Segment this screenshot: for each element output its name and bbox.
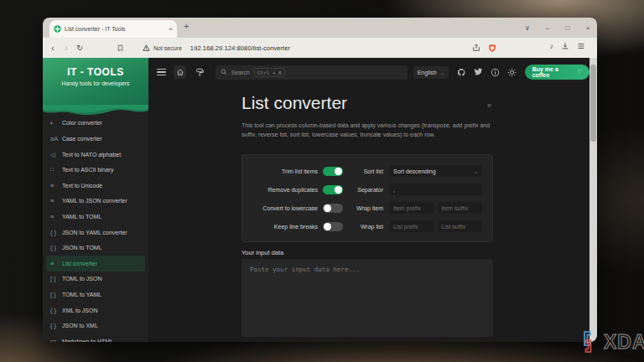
toggle-remove-duplicates[interactable] bbox=[323, 185, 343, 194]
sidebar-item-json-to-xml[interactable]: { }JSON to XML bbox=[43, 318, 148, 334]
toggle-trim-list-items[interactable] bbox=[323, 167, 343, 176]
sidebar-item-json-to-yaml-converter[interactable]: { }JSON to YAML converter bbox=[43, 225, 148, 240]
sidebar-item-toml-to-yaml[interactable]: [ ]TOML to YAML bbox=[43, 287, 148, 303]
maximize-button[interactable]: □ bbox=[564, 24, 572, 32]
download-icon[interactable] bbox=[561, 42, 569, 50]
markdown-icon: ▭ bbox=[50, 338, 62, 342]
favorite-heart-icon[interactable]: ♥ bbox=[487, 101, 491, 110]
home-button[interactable] bbox=[174, 65, 186, 79]
app-scrollbar[interactable] bbox=[589, 58, 597, 342]
sort-list-select[interactable]: Sort descending⌄ bbox=[389, 165, 482, 177]
list-prefix-input[interactable]: List prefix bbox=[389, 220, 434, 232]
sidebar-item-markdown-to-html[interactable]: ▭Markdown to HTML bbox=[43, 334, 148, 342]
page-title: List converter bbox=[242, 93, 347, 113]
field-label: Wrap item bbox=[350, 205, 383, 211]
browser-navbar: ‹ › ↻ Not secure 192.168.29.124:8080/lis… bbox=[43, 38, 597, 58]
navbar-far-right: ♪ bbox=[550, 42, 586, 50]
new-tab-button[interactable]: + bbox=[184, 21, 189, 31]
github-icon[interactable] bbox=[457, 68, 466, 77]
twitter-icon[interactable] bbox=[474, 68, 483, 76]
site-info[interactable]: Not secure bbox=[117, 44, 182, 52]
item-prefix-input[interactable]: Item prefix bbox=[389, 202, 434, 214]
sidebar-item-label: JSON to TOML bbox=[62, 245, 102, 251]
sidebar-item-label: TOML to JSON bbox=[62, 276, 101, 282]
input-data-textarea[interactable]: Paste your input data here... bbox=[242, 259, 493, 337]
menu-icon[interactable] bbox=[157, 69, 166, 75]
toggle-keep-line-breaks[interactable] bbox=[323, 222, 343, 231]
media-icon[interactable]: ♪ bbox=[550, 42, 554, 50]
sidebar-item-label: List converter bbox=[62, 261, 97, 266]
share-icon[interactable] bbox=[472, 44, 480, 52]
field-row-wrap-item: Wrap itemItem prefixItem suffix bbox=[350, 199, 482, 217]
minimize-button[interactable]: – bbox=[543, 24, 552, 32]
toggle-row-remove-duplicates: Remove duplicates bbox=[242, 180, 343, 199]
close-button[interactable]: × bbox=[584, 24, 592, 32]
sidebar-item-json-to-toml[interactable]: { }JSON to TOML bbox=[43, 240, 148, 256]
toggle-row-trim-list-items: Trim list items bbox=[242, 162, 343, 180]
search-shortcut: Ctrl + K bbox=[254, 68, 285, 77]
list-suffix-input[interactable]: List suffix bbox=[438, 220, 483, 232]
list-arrow-icon: ≡ bbox=[50, 182, 62, 189]
paint-roller-icon bbox=[195, 68, 204, 77]
toggle-row-keep-line-breaks: Keep line breaks bbox=[242, 217, 343, 235]
theme-button[interactable] bbox=[194, 65, 206, 79]
sidebar-item-text-to-unicode[interactable]: ≡Text to Unicode bbox=[43, 178, 148, 194]
tab-title: List converter - IT Tools bbox=[65, 26, 165, 32]
xda-text: XDA bbox=[604, 331, 644, 354]
sidebar-item-label: Text to Unicode bbox=[62, 183, 102, 189]
home-icon bbox=[176, 68, 184, 76]
forward-icon[interactable]: › bbox=[60, 44, 73, 53]
search-input[interactable]: Search Ctrl + K bbox=[216, 65, 408, 80]
bookmark-icon[interactable] bbox=[117, 44, 124, 52]
field-row-separator: Separator, bbox=[350, 180, 482, 199]
browser-tab[interactable]: List converter - IT Tools × bbox=[49, 20, 177, 38]
desktop: List converter - IT Tools × + ∨ – □ × ‹ … bbox=[0, 0, 644, 362]
speaker-icon: ◁ bbox=[50, 151, 62, 158]
tab-favicon-icon bbox=[54, 25, 61, 33]
chevron-down-icon: ⌄ bbox=[440, 70, 444, 75]
input-data-label: Your input data bbox=[242, 249, 283, 256]
field-control: , bbox=[389, 184, 482, 195]
field-row-wrap-list: Wrap listList prefixList suffix bbox=[350, 217, 482, 235]
sidebar-item-yaml-to-toml[interactable]: ≡YAML to TOML bbox=[43, 209, 148, 225]
sidebar-item-text-to-nato-alphabet[interactable]: ◁Text to NATO alphabet bbox=[43, 147, 148, 163]
field-label: Separator bbox=[350, 187, 383, 193]
xda-watermark: XDA bbox=[582, 330, 644, 354]
info-icon[interactable] bbox=[491, 68, 500, 77]
back-icon[interactable]: ‹ bbox=[46, 44, 60, 53]
sidebar-header: IT - TOOLS Handy tools for developers bbox=[43, 58, 148, 105]
tab-close-icon[interactable]: × bbox=[169, 26, 173, 33]
binary-icon: ∷ bbox=[50, 166, 62, 173]
tab-search-icon[interactable]: ∨ bbox=[523, 24, 532, 32]
sidebar-item-text-to-ascii-binary[interactable]: ∷Text to ASCII binary bbox=[43, 162, 148, 178]
sidebar-item-toml-to-json[interactable]: [ ]TOML to JSON bbox=[43, 272, 148, 287]
sidebar-item-case-converter[interactable]: aACase converter bbox=[43, 131, 148, 147]
toggle-label: Trim list items bbox=[282, 168, 318, 174]
sidebar-items: ▤Base64 file converter◐Color converteraA… bbox=[43, 100, 148, 342]
browser-menu-icon[interactable] bbox=[577, 42, 585, 50]
brave-shield-icon[interactable] bbox=[488, 44, 496, 53]
toggles-column: Trim list itemsRemove duplicatesConvert … bbox=[242, 162, 343, 235]
sidebar-item-yaml-to-json-converter[interactable]: ≡YAML to JSON converter bbox=[43, 194, 148, 209]
sidebar-item-label: Markdown to HTML bbox=[62, 339, 113, 342]
separator-input[interactable]: , bbox=[389, 184, 482, 195]
sun-icon[interactable] bbox=[507, 68, 517, 77]
app-subtitle: Handy tools for developers bbox=[43, 80, 148, 86]
language-select[interactable]: English ⌄ bbox=[413, 66, 449, 79]
buy-coffee-button[interactable]: Buy me a coffee ♡ bbox=[525, 65, 589, 80]
align-icon: ≡ bbox=[50, 197, 62, 204]
app-title: IT - TOOLS bbox=[43, 66, 148, 78]
sidebar-item-xml-to-json[interactable]: { }XML to JSON bbox=[43, 303, 148, 318]
toggle-convert-to-lowercase[interactable] bbox=[323, 204, 343, 213]
sidebar-item-label: XML to JSON bbox=[62, 308, 98, 313]
reload-icon[interactable]: ↻ bbox=[73, 44, 86, 52]
brackets-icon: [ ] bbox=[50, 291, 62, 298]
sidebar: ▤Base64 file converter◐Color converteraA… bbox=[43, 58, 148, 342]
buy-coffee-label: Buy me a coffee bbox=[532, 66, 574, 78]
search-placeholder: Search bbox=[231, 70, 250, 75]
sidebar-item-list-converter[interactable]: ≡List converter bbox=[46, 256, 145, 272]
url-text[interactable]: 192.168.29.124:8080/list-converter bbox=[190, 44, 290, 52]
item-suffix-input[interactable]: Item suffix bbox=[438, 202, 483, 214]
scrollbar-thumb[interactable] bbox=[590, 65, 596, 142]
it-tools-app: ▤Base64 file converter◐Color converteraA… bbox=[43, 58, 589, 342]
